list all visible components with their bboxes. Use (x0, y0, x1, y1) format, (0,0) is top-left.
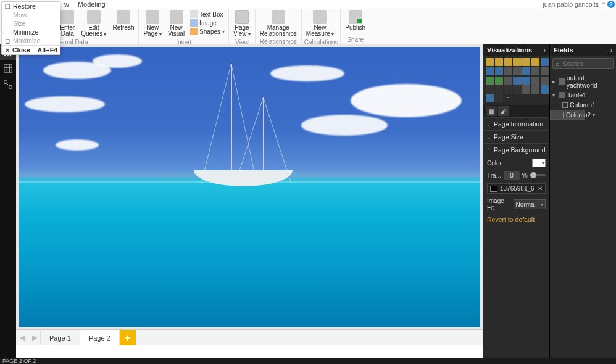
data-view-button[interactable] (0, 60, 16, 77)
svg-rect-8 (4, 81, 7, 83)
bg-color-label: Color (487, 160, 502, 167)
menu-minimize[interactable]: —Minimize (2, 28, 60, 36)
viz-r-icon[interactable] (541, 85, 549, 93)
viz-ribbon-icon[interactable] (522, 67, 530, 75)
viz-combo2-icon[interactable] (513, 67, 521, 75)
table-icon (559, 78, 564, 85)
report-canvas[interactable] (19, 47, 480, 327)
svg-rect-9 (9, 86, 12, 88)
table-output-yachtworld[interactable]: ▸output yachtworld (550, 73, 616, 90)
section-page-information[interactable]: ⌄Page Information (483, 118, 549, 130)
search-icon: ⌕ (556, 60, 560, 67)
viz-more-icon[interactable]: ⋯ (504, 94, 512, 102)
enter-data-button[interactable]: EnterData (58, 10, 77, 38)
image-fit-select[interactable]: Normal (514, 199, 546, 209)
field-column1[interactable]: Column1 (550, 100, 616, 110)
percent-unit: % (522, 172, 528, 179)
viz-donut-icon[interactable] (495, 77, 503, 85)
fields-search-input[interactable] (562, 60, 616, 67)
ribbon-group-relationships: ManageRelationships Relationships (256, 9, 302, 44)
manage-relationships-button[interactable]: ManageRelationships (258, 10, 299, 38)
bg-color-picker[interactable] (532, 159, 546, 167)
image-button[interactable]: Image (189, 19, 226, 27)
bg-transparency-slider[interactable] (530, 174, 546, 176)
account-caret-icon[interactable]: ⌃ (601, 1, 606, 8)
viz-multirow-icon[interactable] (495, 85, 503, 93)
account-name[interactable]: juan pablo garicoits (543, 1, 599, 8)
maximize-icon: ◻ (4, 38, 10, 44)
svg-rect-3 (4, 65, 12, 72)
viz-map-icon[interactable] (513, 77, 521, 85)
field-checkbox[interactable] (563, 112, 564, 118)
page-view-button[interactable]: PageView (231, 10, 252, 38)
shapes-button[interactable]: Shapes ▾ (189, 27, 226, 36)
viz-filled-map-icon[interactable] (522, 77, 530, 85)
field-column2[interactable]: Column2 (550, 110, 585, 120)
publish-button[interactable]: Publish (343, 10, 367, 31)
viz-arcgis-icon[interactable] (486, 94, 494, 102)
viz-kpi-icon[interactable] (504, 85, 512, 93)
model-view-button[interactable] (0, 77, 16, 93)
left-view-rail (0, 44, 16, 358)
viz-slicer-icon[interactable] (513, 85, 521, 93)
ribbon-tab-modeling[interactable]: Modeling (78, 1, 106, 8)
viz-py-icon[interactable] (495, 94, 503, 102)
viz-stacked-column-icon[interactable] (504, 58, 512, 66)
format-tabs: ▦ 🖌 (483, 105, 549, 117)
restore-icon: ❐ (4, 3, 10, 10)
field-checkbox[interactable] (562, 102, 568, 108)
edit-queries-button[interactable]: EditQueries (79, 10, 108, 38)
remove-image-button[interactable]: ✕ (538, 185, 543, 192)
bg-image-file: 13765981_6239... ✕ (487, 183, 546, 194)
page-tabs: ◀ ▶ Page 1 Page 2 + (16, 329, 483, 345)
section-page-background[interactable]: ⌃Page Background (483, 144, 549, 156)
viz-table-icon[interactable] (522, 85, 530, 93)
viz-matrix-icon[interactable] (531, 85, 539, 93)
fields-header[interactable]: Fields› (550, 44, 616, 56)
viz-waterfall-icon[interactable] (531, 67, 539, 75)
page-nav-next[interactable]: ▶ (28, 330, 41, 345)
viz-100-bar-icon[interactable] (522, 58, 530, 66)
viz-funnel-icon[interactable] (531, 77, 539, 85)
menu-restore[interactable]: ❐Restore (2, 2, 60, 10)
revert-to-default-link[interactable]: Revert to default (487, 215, 546, 225)
add-page-button[interactable]: + (120, 330, 136, 345)
viz-line-icon[interactable] (541, 58, 549, 66)
menu-maximize: ◻Maximize (2, 36, 60, 45)
visualizations-header[interactable]: Visualizations› (483, 44, 549, 56)
section-page-size[interactable]: ⌄Page Size (483, 131, 549, 143)
viz-stacked-bar-icon[interactable] (486, 58, 494, 66)
ribbon-group-view: PageView View (229, 9, 256, 44)
refresh-button[interactable]: Refresh (110, 10, 136, 31)
new-page-button[interactable]: NewPage (141, 10, 164, 38)
viz-treemap-icon[interactable] (504, 77, 512, 85)
viz-gauge-icon[interactable] (541, 77, 549, 85)
fields-tab-icon[interactable]: ▦ (486, 106, 497, 116)
viz-stacked-area-icon[interactable] (495, 67, 503, 75)
new-visual-button[interactable]: NewVisual (166, 10, 186, 38)
viz-100-column-icon[interactable] (531, 58, 539, 66)
page-nav-prev[interactable]: ◀ (16, 330, 28, 345)
group-label-share: Share (343, 36, 367, 44)
format-tab-icon[interactable]: 🖌 (498, 106, 509, 116)
help-icon[interactable]: ? (607, 1, 615, 8)
viz-clustered-column-icon[interactable] (513, 58, 521, 66)
text-box-button[interactable]: Text Box (189, 10, 226, 19)
page-tab-2[interactable]: Page 2 (80, 330, 120, 345)
viz-scatter-icon[interactable] (541, 67, 549, 75)
viz-pie-icon[interactable] (486, 77, 494, 85)
page-tab-1[interactable]: Page 1 (41, 330, 80, 345)
viz-card-icon[interactable] (486, 85, 494, 93)
fields-search[interactable]: ⌕ (552, 58, 614, 69)
status-bar: PAGE 2 OF 2 (0, 358, 616, 364)
bg-transparency-input[interactable] (504, 171, 520, 180)
viz-clustered-bar-icon[interactable] (495, 58, 503, 66)
ribbon-tab-view-suffix[interactable]: w (64, 1, 69, 8)
new-measure-button[interactable]: NewMeasure (304, 10, 336, 38)
viz-combo-icon[interactable] (504, 67, 512, 75)
table-table1[interactable]: ▾Table1 (550, 90, 616, 100)
ribbon-group-insert: NewPage NewVisual Text Box Image Shapes … (139, 9, 229, 44)
viz-area-icon[interactable] (486, 67, 494, 75)
image-fit-label: Image Fit (487, 197, 511, 211)
menu-close[interactable]: ✕ CloseAlt+F4 (2, 45, 60, 54)
